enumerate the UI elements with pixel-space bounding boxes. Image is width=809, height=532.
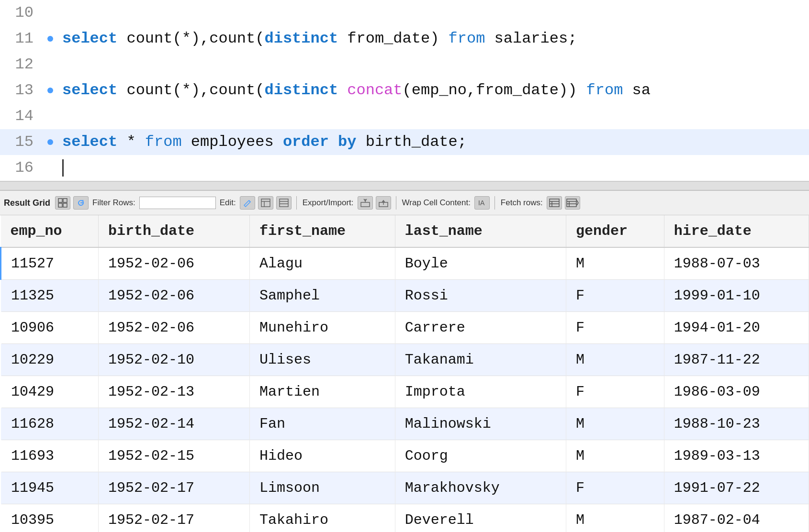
cell-3-2: Ulises: [250, 344, 395, 376]
table-row[interactable]: 116931952-02-15HideoCoorgM1989-03-13: [1, 440, 809, 472]
line-number-10: 10: [0, 0, 43, 26]
col-header-empno: emp_no: [1, 215, 99, 247]
svg-line-24: [577, 203, 578, 205]
table-row[interactable]: 116281952-02-14FanMalinowskiM1988-10-23: [1, 408, 809, 440]
cell-4-3: Improta: [395, 376, 566, 408]
grid-view-icon[interactable]: [55, 196, 70, 210]
cell-7-3: Marakhovsky: [395, 472, 566, 504]
export-import-label: Export/Import:: [303, 198, 354, 208]
separator-3: [494, 196, 495, 210]
wrap-cell-icon[interactable]: IA: [474, 196, 490, 210]
cell-5-2: Fan: [250, 408, 395, 440]
result-grid: emp_no birth_date first_name last_name g…: [0, 215, 809, 532]
cell-3-5: 1987-11-22: [664, 344, 809, 376]
table-header-row: emp_no birth_date first_name last_name g…: [1, 215, 809, 247]
edit-table-icon[interactable]: [258, 196, 273, 210]
line-dot-13: [43, 88, 57, 93]
cell-8-4: M: [566, 504, 664, 532]
cell-6-0: 11693: [1, 440, 99, 472]
table-row[interactable]: 102291952-02-10UlisesTakanamiM1987-11-22: [1, 344, 809, 376]
edit-label: Edit:: [220, 198, 236, 208]
cell-8-0: 10395: [1, 504, 99, 532]
edit-field-icon[interactable]: [276, 196, 292, 210]
code-line-11[interactable]: 11 select count(*),count(distinct from_d…: [0, 26, 809, 52]
line-content-11: select count(*),count(distinct from_date…: [57, 26, 809, 52]
fetch-rows-all-icon[interactable]: [565, 196, 580, 210]
cell-7-0: 11945: [1, 472, 99, 504]
cell-5-5: 1988-10-23: [664, 408, 809, 440]
table-row[interactable]: 115271952-02-06AlaguBoyleM1988-07-03: [1, 247, 809, 280]
cell-3-3: Takanami: [395, 344, 566, 376]
table-row[interactable]: 119451952-02-17LimsoonMarakhovskyF1991-0…: [1, 472, 809, 504]
code-editor: 10 11 select count(*),count(distinct fro…: [0, 0, 809, 182]
line-number-12: 12: [0, 52, 43, 78]
cell-4-0: 10429: [1, 376, 99, 408]
cell-1-5: 1999-01-10: [664, 280, 809, 312]
cell-3-4: M: [566, 344, 664, 376]
line-content-15: select * from employees order by birth_d…: [57, 129, 809, 155]
col-header-birth-date: birth_date: [99, 215, 250, 247]
table-row[interactable]: 103951952-02-17TakahiroDeverellM1987-02-…: [1, 504, 809, 532]
code-line-15[interactable]: 15 select * from employees order by birt…: [0, 129, 809, 155]
cell-0-5: 1988-07-03: [664, 247, 809, 280]
export-icon[interactable]: [358, 196, 373, 210]
wrap-cell-label: Wrap Cell Content:: [402, 198, 471, 208]
line-number-11: 11: [0, 26, 43, 52]
result-grid-label: Result Grid: [4, 198, 50, 208]
table-row[interactable]: 104291952-02-13MartienImprotaF1986-03-09: [1, 376, 809, 408]
fetch-rows-label: Fetch rows:: [501, 198, 543, 208]
cell-7-5: 1991-07-22: [664, 472, 809, 504]
cell-3-1: 1952-02-10: [99, 344, 250, 376]
code-line-16[interactable]: 16: [0, 155, 809, 181]
cell-0-1: 1952-02-06: [99, 247, 250, 280]
cell-1-0: 11325: [1, 280, 99, 312]
line-dot-15: [43, 139, 57, 145]
separator-1: [296, 196, 297, 210]
cell-0-0: 11527: [1, 247, 99, 280]
cell-2-3: Carrere: [395, 312, 566, 344]
cell-2-0: 10906: [1, 312, 99, 344]
refresh-icon[interactable]: [73, 196, 89, 210]
cell-7-1: 1952-02-17: [99, 472, 250, 504]
cell-8-2: Takahiro: [250, 504, 395, 532]
table-row[interactable]: 109061952-02-06MunehiroCarrereF1994-01-2…: [1, 312, 809, 344]
horizontal-scrollbar[interactable]: [0, 182, 809, 190]
line-number-14: 14: [0, 103, 43, 129]
table-row[interactable]: 113251952-02-06SamphelRossiF1999-01-10: [1, 280, 809, 312]
filter-rows-label: Filter Rows:: [92, 198, 135, 208]
cell-6-1: 1952-02-15: [99, 440, 250, 472]
cell-8-3: Deverell: [395, 504, 566, 532]
cell-5-0: 11628: [1, 408, 99, 440]
code-line-13[interactable]: 13 select count(*),count(distinct concat…: [0, 78, 809, 103]
cell-5-4: M: [566, 408, 664, 440]
col-header-gender: gender: [566, 215, 664, 247]
cell-7-4: F: [566, 472, 664, 504]
svg-text:IA: IA: [478, 199, 485, 207]
cell-5-3: Malinowski: [395, 408, 566, 440]
filter-rows-input[interactable]: [139, 197, 216, 209]
svg-rect-4: [261, 199, 270, 207]
result-toolbar: Result Grid Filter Rows: Edit: Export/Im…: [0, 190, 809, 215]
cell-6-5: 1989-03-13: [664, 440, 809, 472]
line-content-13: select count(*),count(distinct concat(em…: [57, 78, 809, 103]
cell-0-4: M: [566, 247, 664, 280]
edit-pencil-icon[interactable]: [240, 196, 255, 210]
cell-2-4: F: [566, 312, 664, 344]
code-line-14: 14: [0, 103, 809, 129]
fetch-rows-icon[interactable]: [547, 196, 562, 210]
cell-6-4: M: [566, 440, 664, 472]
import-icon[interactable]: [376, 196, 391, 210]
svg-rect-15: [550, 199, 559, 207]
separator-2: [396, 196, 396, 210]
data-table: emp_no birth_date first_name last_name g…: [0, 215, 809, 532]
cell-8-1: 1952-02-17: [99, 504, 250, 532]
cell-4-1: 1952-02-13: [99, 376, 250, 408]
cell-8-5: 1987-02-04: [664, 504, 809, 532]
cell-0-2: Alagu: [250, 247, 395, 280]
cell-1-3: Rossi: [395, 280, 566, 312]
col-header-last-name: last_name: [395, 215, 566, 247]
col-header-hire-date: hire_date: [664, 215, 809, 247]
cell-4-5: 1986-03-09: [664, 376, 809, 408]
cell-6-2: Hideo: [250, 440, 395, 472]
cell-6-3: Coorg: [395, 440, 566, 472]
